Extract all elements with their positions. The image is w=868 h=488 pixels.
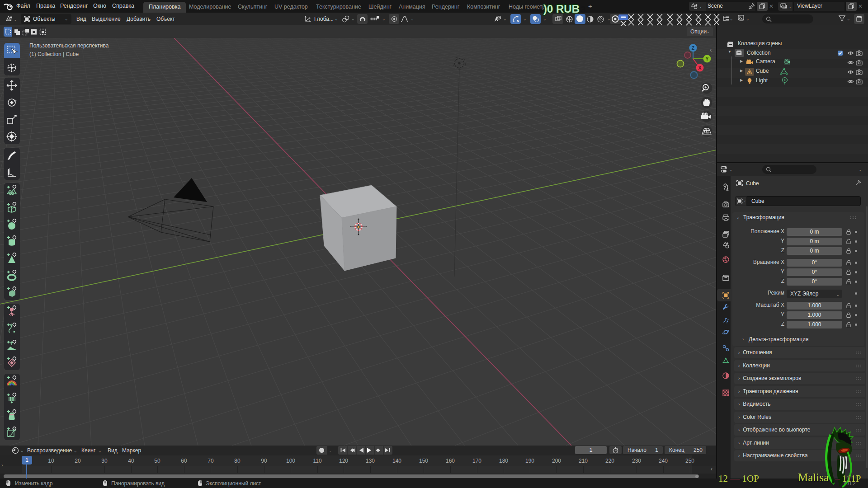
- svg-text:X: X: [698, 65, 701, 70]
- svg-text:Z: Z: [692, 45, 695, 51]
- svg-text:Y: Y: [705, 56, 708, 61]
